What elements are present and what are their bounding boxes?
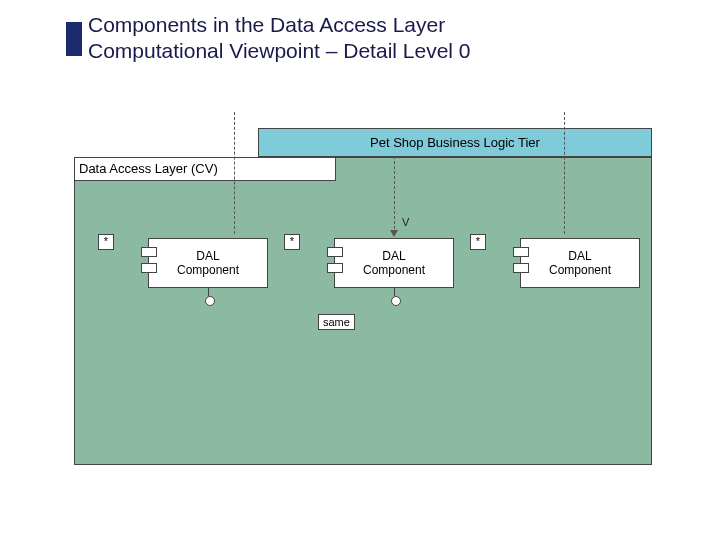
arrow-label: V	[402, 216, 409, 228]
component-label-2: Component	[549, 263, 611, 277]
dal-component-1: DAL Component	[148, 238, 268, 288]
arrowhead-icon	[390, 230, 398, 237]
slide-title: Components in the Data Access Layer Comp…	[88, 12, 471, 65]
connector-dashed-1	[234, 112, 235, 234]
component-lug-icon	[513, 263, 529, 273]
component-label-1: DAL	[382, 249, 405, 263]
diagram-container: Pet Shop Business Logic Tier Data Access…	[74, 128, 650, 463]
component-label-2: Component	[177, 263, 239, 277]
connector-dashed-3	[564, 112, 565, 234]
title-line-2: Computational Viewpoint – Detail Level 0	[88, 38, 471, 64]
multiplicity-star: *	[284, 234, 300, 250]
lollipop-interface-icon	[208, 288, 209, 296]
component-label-1: DAL	[568, 249, 591, 263]
component-lug-icon	[327, 263, 343, 273]
connector-dashed-2	[394, 156, 395, 234]
data-access-layer-box	[74, 157, 652, 465]
component-label-1: DAL	[196, 249, 219, 263]
same-note: same	[318, 314, 355, 330]
title-accent-bar	[66, 22, 82, 56]
title-line-1: Components in the Data Access Layer	[88, 12, 471, 38]
component-lug-icon	[141, 247, 157, 257]
dal-component-2: DAL Component	[334, 238, 454, 288]
lollipop-interface-icon	[394, 288, 395, 296]
component-lug-icon	[513, 247, 529, 257]
multiplicity-star: *	[98, 234, 114, 250]
dal-component-3: DAL Component	[520, 238, 640, 288]
component-lug-icon	[327, 247, 343, 257]
component-label-2: Component	[363, 263, 425, 277]
data-access-layer-label: Data Access Layer (CV)	[74, 157, 336, 181]
business-logic-tier-header: Pet Shop Business Logic Tier	[258, 128, 652, 157]
multiplicity-star: *	[470, 234, 486, 250]
component-lug-icon	[141, 263, 157, 273]
